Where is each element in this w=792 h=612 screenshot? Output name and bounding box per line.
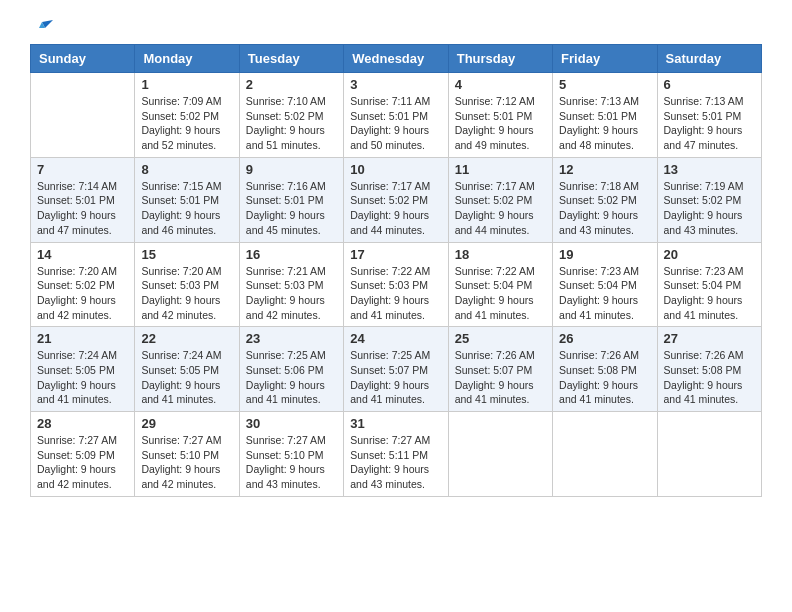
day-number: 24	[350, 331, 441, 346]
day-number: 16	[246, 247, 337, 262]
day-number: 29	[141, 416, 232, 431]
page-header	[30, 20, 762, 34]
calendar-cell: 16Sunrise: 7:21 AMSunset: 5:03 PMDayligh…	[239, 242, 343, 327]
day-info: Sunrise: 7:23 AMSunset: 5:04 PMDaylight:…	[559, 264, 650, 323]
day-number: 15	[141, 247, 232, 262]
day-number: 13	[664, 162, 755, 177]
day-info: Sunrise: 7:26 AMSunset: 5:08 PMDaylight:…	[559, 348, 650, 407]
day-number: 2	[246, 77, 337, 92]
day-info: Sunrise: 7:17 AMSunset: 5:02 PMDaylight:…	[350, 179, 441, 238]
day-number: 3	[350, 77, 441, 92]
calendar-cell: 2Sunrise: 7:10 AMSunset: 5:02 PMDaylight…	[239, 73, 343, 158]
day-number: 19	[559, 247, 650, 262]
calendar-cell: 11Sunrise: 7:17 AMSunset: 5:02 PMDayligh…	[448, 157, 552, 242]
logo-bird-icon	[31, 20, 53, 38]
day-number: 4	[455, 77, 546, 92]
day-number: 21	[37, 331, 128, 346]
calendar-cell: 30Sunrise: 7:27 AMSunset: 5:10 PMDayligh…	[239, 412, 343, 497]
day-info: Sunrise: 7:25 AMSunset: 5:06 PMDaylight:…	[246, 348, 337, 407]
day-info: Sunrise: 7:27 AMSunset: 5:09 PMDaylight:…	[37, 433, 128, 492]
calendar-cell	[657, 412, 761, 497]
day-number: 9	[246, 162, 337, 177]
day-info: Sunrise: 7:27 AMSunset: 5:10 PMDaylight:…	[141, 433, 232, 492]
calendar-cell: 17Sunrise: 7:22 AMSunset: 5:03 PMDayligh…	[344, 242, 448, 327]
day-number: 12	[559, 162, 650, 177]
calendar-cell: 12Sunrise: 7:18 AMSunset: 5:02 PMDayligh…	[553, 157, 657, 242]
day-info: Sunrise: 7:20 AMSunset: 5:03 PMDaylight:…	[141, 264, 232, 323]
calendar-table: SundayMondayTuesdayWednesdayThursdayFrid…	[30, 44, 762, 497]
logo	[30, 20, 54, 34]
day-info: Sunrise: 7:14 AMSunset: 5:01 PMDaylight:…	[37, 179, 128, 238]
calendar-cell: 21Sunrise: 7:24 AMSunset: 5:05 PMDayligh…	[31, 327, 135, 412]
calendar-cell: 8Sunrise: 7:15 AMSunset: 5:01 PMDaylight…	[135, 157, 239, 242]
day-info: Sunrise: 7:12 AMSunset: 5:01 PMDaylight:…	[455, 94, 546, 153]
calendar-cell: 25Sunrise: 7:26 AMSunset: 5:07 PMDayligh…	[448, 327, 552, 412]
calendar-cell: 24Sunrise: 7:25 AMSunset: 5:07 PMDayligh…	[344, 327, 448, 412]
day-number: 26	[559, 331, 650, 346]
calendar-week-row: 7Sunrise: 7:14 AMSunset: 5:01 PMDaylight…	[31, 157, 762, 242]
weekday-header-thursday: Thursday	[448, 45, 552, 73]
day-info: Sunrise: 7:27 AMSunset: 5:11 PMDaylight:…	[350, 433, 441, 492]
weekday-header-friday: Friday	[553, 45, 657, 73]
weekday-header-saturday: Saturday	[657, 45, 761, 73]
calendar-cell: 26Sunrise: 7:26 AMSunset: 5:08 PMDayligh…	[553, 327, 657, 412]
calendar-cell: 28Sunrise: 7:27 AMSunset: 5:09 PMDayligh…	[31, 412, 135, 497]
day-info: Sunrise: 7:27 AMSunset: 5:10 PMDaylight:…	[246, 433, 337, 492]
day-number: 25	[455, 331, 546, 346]
weekday-header-monday: Monday	[135, 45, 239, 73]
calendar-week-row: 21Sunrise: 7:24 AMSunset: 5:05 PMDayligh…	[31, 327, 762, 412]
day-number: 8	[141, 162, 232, 177]
day-info: Sunrise: 7:09 AMSunset: 5:02 PMDaylight:…	[141, 94, 232, 153]
calendar-cell	[553, 412, 657, 497]
calendar-cell: 9Sunrise: 7:16 AMSunset: 5:01 PMDaylight…	[239, 157, 343, 242]
day-info: Sunrise: 7:10 AMSunset: 5:02 PMDaylight:…	[246, 94, 337, 153]
day-info: Sunrise: 7:11 AMSunset: 5:01 PMDaylight:…	[350, 94, 441, 153]
day-number: 10	[350, 162, 441, 177]
weekday-header-wednesday: Wednesday	[344, 45, 448, 73]
calendar-week-row: 28Sunrise: 7:27 AMSunset: 5:09 PMDayligh…	[31, 412, 762, 497]
calendar-cell	[448, 412, 552, 497]
calendar-cell: 20Sunrise: 7:23 AMSunset: 5:04 PMDayligh…	[657, 242, 761, 327]
day-info: Sunrise: 7:19 AMSunset: 5:02 PMDaylight:…	[664, 179, 755, 238]
day-info: Sunrise: 7:13 AMSunset: 5:01 PMDaylight:…	[559, 94, 650, 153]
calendar-cell: 1Sunrise: 7:09 AMSunset: 5:02 PMDaylight…	[135, 73, 239, 158]
day-info: Sunrise: 7:22 AMSunset: 5:04 PMDaylight:…	[455, 264, 546, 323]
day-info: Sunrise: 7:20 AMSunset: 5:02 PMDaylight:…	[37, 264, 128, 323]
day-number: 30	[246, 416, 337, 431]
day-info: Sunrise: 7:24 AMSunset: 5:05 PMDaylight:…	[141, 348, 232, 407]
calendar-cell: 7Sunrise: 7:14 AMSunset: 5:01 PMDaylight…	[31, 157, 135, 242]
calendar-week-row: 14Sunrise: 7:20 AMSunset: 5:02 PMDayligh…	[31, 242, 762, 327]
calendar-cell: 3Sunrise: 7:11 AMSunset: 5:01 PMDaylight…	[344, 73, 448, 158]
calendar-cell: 13Sunrise: 7:19 AMSunset: 5:02 PMDayligh…	[657, 157, 761, 242]
day-number: 28	[37, 416, 128, 431]
calendar-cell: 4Sunrise: 7:12 AMSunset: 5:01 PMDaylight…	[448, 73, 552, 158]
calendar-cell: 23Sunrise: 7:25 AMSunset: 5:06 PMDayligh…	[239, 327, 343, 412]
calendar-cell: 10Sunrise: 7:17 AMSunset: 5:02 PMDayligh…	[344, 157, 448, 242]
weekday-header-sunday: Sunday	[31, 45, 135, 73]
day-number: 11	[455, 162, 546, 177]
calendar-cell: 22Sunrise: 7:24 AMSunset: 5:05 PMDayligh…	[135, 327, 239, 412]
day-info: Sunrise: 7:16 AMSunset: 5:01 PMDaylight:…	[246, 179, 337, 238]
day-number: 27	[664, 331, 755, 346]
day-info: Sunrise: 7:18 AMSunset: 5:02 PMDaylight:…	[559, 179, 650, 238]
day-info: Sunrise: 7:21 AMSunset: 5:03 PMDaylight:…	[246, 264, 337, 323]
calendar-cell: 19Sunrise: 7:23 AMSunset: 5:04 PMDayligh…	[553, 242, 657, 327]
day-number: 6	[664, 77, 755, 92]
day-info: Sunrise: 7:23 AMSunset: 5:04 PMDaylight:…	[664, 264, 755, 323]
day-number: 7	[37, 162, 128, 177]
calendar-cell: 14Sunrise: 7:20 AMSunset: 5:02 PMDayligh…	[31, 242, 135, 327]
day-number: 18	[455, 247, 546, 262]
day-info: Sunrise: 7:17 AMSunset: 5:02 PMDaylight:…	[455, 179, 546, 238]
weekday-header-tuesday: Tuesday	[239, 45, 343, 73]
day-number: 17	[350, 247, 441, 262]
calendar-cell: 5Sunrise: 7:13 AMSunset: 5:01 PMDaylight…	[553, 73, 657, 158]
calendar-cell: 15Sunrise: 7:20 AMSunset: 5:03 PMDayligh…	[135, 242, 239, 327]
calendar-week-row: 1Sunrise: 7:09 AMSunset: 5:02 PMDaylight…	[31, 73, 762, 158]
calendar-cell: 31Sunrise: 7:27 AMSunset: 5:11 PMDayligh…	[344, 412, 448, 497]
calendar-cell: 27Sunrise: 7:26 AMSunset: 5:08 PMDayligh…	[657, 327, 761, 412]
calendar-cell	[31, 73, 135, 158]
day-number: 31	[350, 416, 441, 431]
day-info: Sunrise: 7:24 AMSunset: 5:05 PMDaylight:…	[37, 348, 128, 407]
day-info: Sunrise: 7:25 AMSunset: 5:07 PMDaylight:…	[350, 348, 441, 407]
day-number: 14	[37, 247, 128, 262]
